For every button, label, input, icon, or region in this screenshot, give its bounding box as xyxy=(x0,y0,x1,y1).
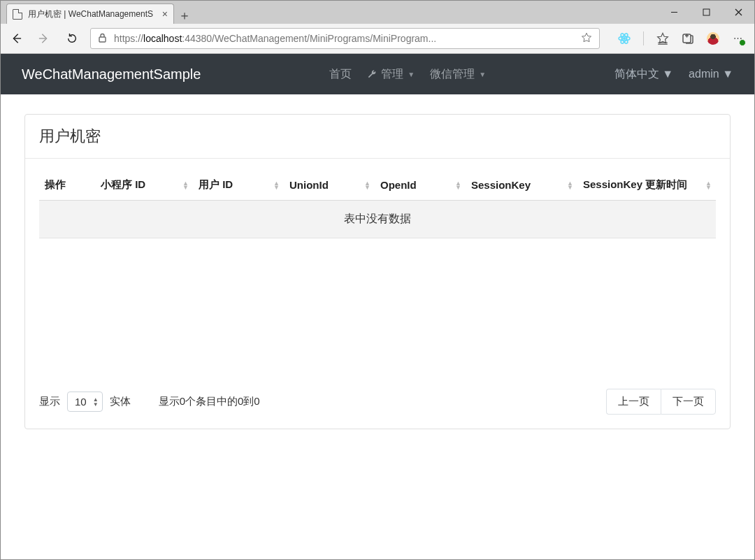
browser-tab-title: 用户机密 | WeChatManagementS xyxy=(28,8,157,20)
col-miniprogram-id[interactable]: 小程序 ID ▲▼ xyxy=(95,171,193,201)
profile-avatar-icon[interactable] xyxy=(707,32,719,45)
address-bar[interactable]: https://localhost:44380/WeChatManagement… xyxy=(90,28,600,49)
pagination: 上一页 下一页 xyxy=(606,389,716,415)
caret-down-icon: ▼ xyxy=(722,68,733,80)
tab-close-icon[interactable]: × xyxy=(162,9,168,19)
app-navbar: WeChatManagementSample 首页 管理 ▼ 微信管理 ▼ 简体… xyxy=(1,54,754,94)
col-session-key-updated[interactable]: SessionKey 更新时间 ▲▼ xyxy=(577,171,716,201)
data-table: 操作 小程序 ID ▲▼ 用户 ID ▲▼ UnionId xyxy=(39,171,716,238)
browser-tab[interactable]: 用户机密 | WeChatManagementS × xyxy=(6,3,174,24)
collections-icon[interactable] xyxy=(682,32,694,45)
nav-refresh-button[interactable] xyxy=(66,33,78,44)
wrench-icon xyxy=(367,69,377,79)
sort-icon: ▲▼ xyxy=(364,181,371,189)
favorite-star-icon[interactable] xyxy=(581,32,592,45)
svg-point-7 xyxy=(619,36,630,41)
length-suffix: 实体 xyxy=(110,395,131,408)
more-menu-icon[interactable] xyxy=(732,32,745,45)
table-empty-row: 表中没有数据 xyxy=(39,201,716,238)
col-union-id[interactable]: UnionId ▲▼ xyxy=(284,171,375,201)
url-host: localhost xyxy=(143,33,182,44)
col-session-key[interactable]: SessionKey ▲▼ xyxy=(466,171,577,201)
browser-toolbar: https://localhost:44380/WeChatManagement… xyxy=(1,24,754,54)
window-minimize-button[interactable] xyxy=(658,1,690,24)
react-devtools-icon[interactable] xyxy=(618,32,631,45)
lock-icon xyxy=(98,33,107,45)
page-content: 用户机密 操作 小程序 ID ▲▼ 用户 ID ▲▼ xyxy=(1,94,754,559)
nav-back-button[interactable] xyxy=(10,33,22,44)
table-empty-message: 表中没有数据 xyxy=(39,201,716,238)
toolbar-separator xyxy=(643,31,644,45)
url-text: https://localhost:44380/WeChatManagement… xyxy=(114,33,574,44)
table-info-text: 显示0个条目中的0到0 xyxy=(159,395,260,408)
sort-icon: ▲▼ xyxy=(182,181,189,189)
url-path: :44380/WeChatManagement/MiniPrograms/Min… xyxy=(182,33,436,44)
favorites-icon[interactable] xyxy=(656,32,669,45)
pagination-next-button[interactable]: 下一页 xyxy=(661,389,716,415)
nav-forward-button[interactable] xyxy=(38,33,50,44)
caret-down-icon: ▼ xyxy=(479,71,486,78)
url-prefix: https:// xyxy=(114,33,143,44)
new-tab-button[interactable]: ＋ xyxy=(174,7,195,24)
sort-icon: ▲▼ xyxy=(455,181,461,189)
svg-rect-1 xyxy=(703,9,710,15)
length-prefix: 显示 xyxy=(39,395,60,408)
page-favicon-icon xyxy=(13,9,22,20)
col-open-id[interactable]: OpenId ▲▼ xyxy=(375,171,466,201)
nav-administration[interactable]: 管理 ▼ xyxy=(367,67,415,82)
sort-icon: ▲▼ xyxy=(273,181,280,189)
col-actions: 操作 xyxy=(39,171,95,201)
pagination-prev-button[interactable]: 上一页 xyxy=(606,389,661,415)
card: 用户机密 操作 小程序 ID ▲▼ 用户 ID ▲▼ xyxy=(24,114,731,429)
nav-wechat-management[interactable]: 微信管理 ▼ xyxy=(430,67,486,82)
page-title: 用户机密 xyxy=(25,115,730,159)
sort-icon: ▲▼ xyxy=(705,181,712,189)
nav-language[interactable]: 简体中文 ▼ xyxy=(614,67,673,82)
sort-icon: ▲▼ xyxy=(567,181,573,189)
brand-title[interactable]: WeChatManagementSample xyxy=(22,66,201,82)
nav-home[interactable]: 首页 xyxy=(329,67,352,82)
caret-down-icon: ▼ xyxy=(662,68,673,80)
browser-titlebar: 用户机密 | WeChatManagementS × ＋ xyxy=(1,1,754,24)
caret-down-icon: ▼ xyxy=(408,71,415,78)
window-maximize-button[interactable] xyxy=(690,1,722,24)
nav-user[interactable]: admin ▼ xyxy=(689,68,733,80)
col-user-id[interactable]: 用户 ID ▲▼ xyxy=(193,171,284,201)
window-close-button[interactable] xyxy=(722,1,754,24)
svg-rect-6 xyxy=(99,37,106,42)
page-length-select[interactable]: 10 xyxy=(67,392,103,412)
